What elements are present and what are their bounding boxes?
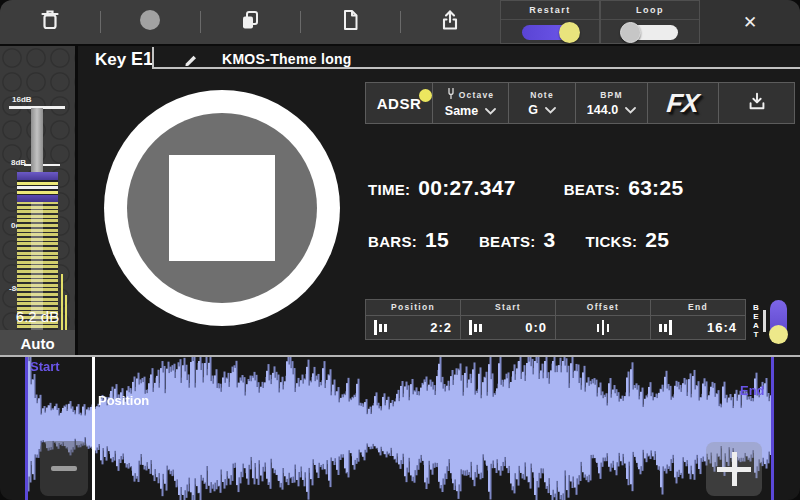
beat-slider-knob[interactable]: [769, 325, 788, 344]
minus-icon: [51, 466, 77, 471]
fader-track[interactable]: [31, 108, 43, 174]
stop-button[interactable]: [104, 90, 340, 326]
end-header: End: [651, 300, 745, 316]
fx-button[interactable]: FX: [648, 83, 719, 123]
adsr-button[interactable]: ADSR: [366, 83, 433, 123]
key-value: E1: [131, 49, 153, 69]
bars-value: 15: [425, 228, 449, 252]
beat-slider-group: B E A T: [751, 299, 787, 343]
position-marker-icon: [374, 320, 387, 335]
copy-icon: [238, 8, 262, 36]
bpm-dropdown[interactable]: BPM 144.0: [576, 83, 648, 123]
document-icon: [338, 8, 362, 36]
pencil-icon: [184, 52, 199, 69]
beats-value: 63:25: [628, 176, 683, 200]
end-cell[interactable]: End 16:4: [651, 300, 745, 339]
download-icon: [746, 90, 768, 116]
beats2-value: 3: [544, 228, 556, 252]
fx-logo: FX: [666, 88, 700, 119]
key-word: Key: [95, 50, 126, 69]
restart-label: Restart: [501, 1, 599, 20]
toolbar-divider: [300, 11, 301, 33]
zoom-in-button[interactable]: [706, 442, 762, 496]
sampler-app: Restart Loop ✕ 16dB 8dB 0dB -8dB -∞: [0, 0, 800, 500]
octave-dropdown[interactable]: Octave Same: [433, 83, 509, 123]
loop-toggle[interactable]: [622, 25, 678, 40]
close-button[interactable]: ✕: [700, 0, 800, 44]
bpm-label: BPM: [600, 90, 623, 100]
start-header: Start: [461, 300, 555, 316]
note-label: Note: [530, 90, 554, 100]
start-marker-label: Start: [30, 359, 60, 374]
start-marker-icon: [469, 320, 482, 335]
restart-toggle-group: Restart: [500, 0, 600, 44]
time-label: TIME:: [368, 181, 410, 198]
trash-icon: [38, 8, 62, 36]
end-value: 16:4: [707, 320, 737, 335]
toolbar-divider: [400, 11, 401, 33]
restart-toggle-knob[interactable]: [559, 22, 580, 43]
chevron-down-icon: [625, 103, 636, 117]
beats2-label: BEATS:: [479, 233, 536, 250]
gain-value: 6.2 dB: [0, 308, 75, 325]
tab-divider: [152, 47, 154, 68]
duplicate-button[interactable]: [228, 0, 272, 44]
stop-icon: [169, 155, 275, 261]
beat-slider[interactable]: [770, 300, 787, 342]
bars-readout: BARS: 15 BEATS: 3 TICKS: 25: [368, 228, 669, 252]
bars-label: BARS:: [368, 233, 417, 250]
chevron-down-icon: [545, 103, 556, 117]
position-cell[interactable]: Position 2:2: [366, 300, 461, 339]
offset-header: Offset: [556, 300, 650, 316]
toolbar-divider: [100, 11, 101, 33]
time-readout: TIME: 00:27.347 BEATS: 63:25: [368, 176, 683, 200]
delete-button[interactable]: [28, 0, 72, 44]
save-sample-button[interactable]: [719, 83, 794, 123]
waveform-panel[interactable]: Start Position End: [0, 355, 800, 500]
octave-label: Octave: [459, 90, 495, 100]
bpm-value: 144.0: [587, 103, 618, 117]
offset-marker-icon: [597, 320, 610, 335]
note-value: G: [528, 103, 538, 117]
position-marker-label: Position: [98, 393, 149, 408]
offset-cell[interactable]: Offset: [556, 300, 651, 339]
position-marker-line[interactable]: [92, 357, 95, 500]
loop-toggle-group: Loop: [600, 0, 700, 44]
tuning-fork-icon: [447, 88, 455, 101]
beat-label: B E A T: [751, 303, 761, 339]
record-icon: [138, 8, 162, 36]
adsr-indicator-dot: [419, 89, 432, 102]
record-button[interactable]: [128, 0, 172, 44]
fader-handle[interactable]: [17, 172, 58, 202]
db-scale-16: 16dB: [12, 95, 32, 104]
tab-underline: [152, 67, 800, 69]
beats-label: BEATS:: [564, 181, 621, 198]
ticks-value: 25: [645, 228, 669, 252]
loop-toggle-knob[interactable]: [620, 22, 641, 43]
controls-bar: ADSR Octave Same Note G: [365, 82, 795, 124]
adsr-label: ADSR: [377, 95, 422, 112]
end-marker-line[interactable]: [771, 357, 774, 500]
position-header: Position: [366, 300, 460, 316]
rename-button[interactable]: [184, 51, 199, 70]
start-marker-line[interactable]: [25, 357, 28, 500]
new-document-button[interactable]: [328, 0, 372, 44]
note-dropdown[interactable]: Note G: [509, 83, 576, 123]
start-value: 0:0: [525, 320, 547, 335]
locator-bar: Position 2:2 Start 0:0 Offset: [365, 299, 746, 340]
share-upload-icon: [438, 8, 462, 36]
time-value: 00:27.347: [418, 176, 515, 200]
toolbar: [0, 0, 500, 44]
stop-button-ring: [127, 113, 317, 303]
zoom-out-button[interactable]: [40, 441, 88, 496]
chevron-down-icon: [485, 104, 496, 118]
sample-name-tab[interactable]: KMOS-Theme long: [222, 51, 352, 67]
octave-value: Same: [445, 104, 478, 118]
export-button[interactable]: [428, 0, 472, 44]
plus-icon: [717, 452, 751, 486]
auto-gain-button[interactable]: Auto: [0, 330, 75, 356]
waveform-canvas[interactable]: [0, 357, 800, 500]
restart-toggle[interactable]: [522, 25, 578, 40]
end-marker-icon: [659, 320, 672, 335]
start-cell[interactable]: Start 0:0: [461, 300, 556, 339]
